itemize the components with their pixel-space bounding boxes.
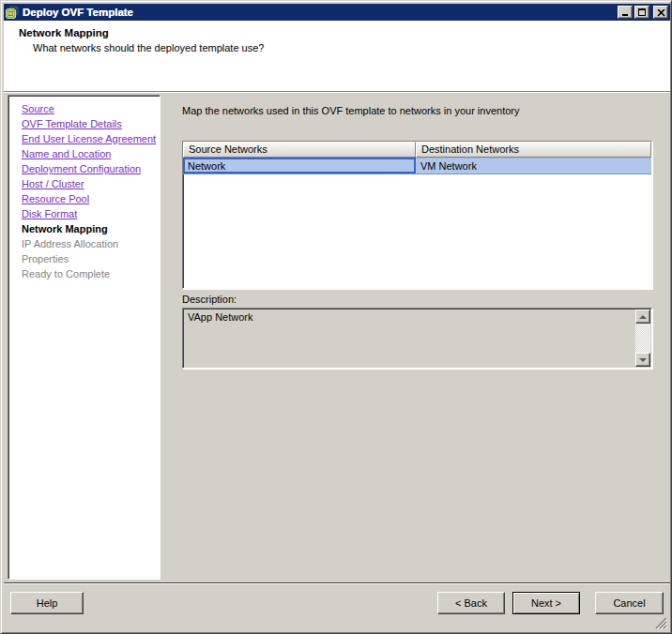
table-header-row: Source Networks Destination Networks <box>183 142 651 158</box>
description-scrollbar[interactable] <box>635 309 650 367</box>
sidebar-item-deployment-configuration[interactable]: Deployment Configuration <box>22 161 160 176</box>
window-title: Deploy OVF Template <box>23 7 133 18</box>
destination-network-cell[interactable]: VM Network <box>416 158 651 174</box>
close-button[interactable] <box>653 6 668 19</box>
sidebar-item-end-user-license[interactable]: End User License Agreement <box>22 131 160 146</box>
sidebar-item-disk-format[interactable]: Disk Format <box>22 206 160 221</box>
description-box: VApp Network <box>182 308 652 369</box>
page-subtitle: What networks should the deployed templa… <box>33 42 264 53</box>
sidebar-item-ready-to-complete: Ready to Complete <box>22 266 160 281</box>
page-title: Network Mapping <box>19 27 109 38</box>
minimize-icon <box>622 14 628 16</box>
vsphere-app-icon <box>6 6 19 19</box>
network-mapping-table: Source Networks Destination Networks Net… <box>182 141 652 289</box>
description-text: VApp Network <box>188 311 631 323</box>
sidebar-item-name-and-location[interactable]: Name and Location <box>22 146 160 161</box>
maximize-icon <box>638 8 646 16</box>
wizard-steps-sidebar: Source OVF Template Details End User Lic… <box>8 95 160 580</box>
sidebar-item-ip-address-allocation: IP Address Allocation <box>22 236 160 251</box>
column-header-destination-networks[interactable]: Destination Networks <box>416 142 651 158</box>
header-separator <box>4 91 670 93</box>
minimize-button[interactable] <box>618 6 633 19</box>
wizard-header: Network Mapping What networks should the… <box>4 21 670 91</box>
sidebar-item-resource-pool[interactable]: Resource Pool <box>22 191 160 206</box>
deploy-ovf-template-dialog: Deploy OVF Template Network Mapping What… <box>0 0 672 634</box>
sidebar-item-properties: Properties <box>22 251 160 266</box>
back-button[interactable]: < Back <box>437 592 505 614</box>
next-button[interactable]: Next > <box>512 592 580 614</box>
cancel-button[interactable]: Cancel <box>595 592 664 614</box>
titlebar[interactable]: Deploy OVF Template <box>4 4 670 21</box>
sidebar-item-host-cluster[interactable]: Host / Cluster <box>22 176 160 191</box>
scroll-up-icon <box>639 315 647 319</box>
sidebar-item-ovf-template-details[interactable]: OVF Template Details <box>22 116 160 131</box>
scroll-up-button[interactable] <box>635 309 650 324</box>
footer-separator <box>4 582 670 584</box>
help-button[interactable]: Help <box>10 592 84 614</box>
scroll-down-button[interactable] <box>635 353 650 367</box>
source-network-cell[interactable]: Network <box>183 158 416 174</box>
column-header-source-networks[interactable]: Source Networks <box>183 142 416 158</box>
window-controls <box>618 6 668 19</box>
description-label: Description: <box>182 294 237 305</box>
sidebar-item-source[interactable]: Source <box>22 101 160 116</box>
instruction-text: Map the networks used in this OVF templa… <box>182 105 520 116</box>
sidebar-item-network-mapping: Network Mapping <box>22 221 160 236</box>
close-icon <box>657 9 665 17</box>
maximize-button[interactable] <box>634 6 649 19</box>
table-row-selected[interactable]: Network VM Network <box>183 158 651 174</box>
resize-grip[interactable] <box>655 617 667 629</box>
scroll-down-icon <box>639 358 647 362</box>
